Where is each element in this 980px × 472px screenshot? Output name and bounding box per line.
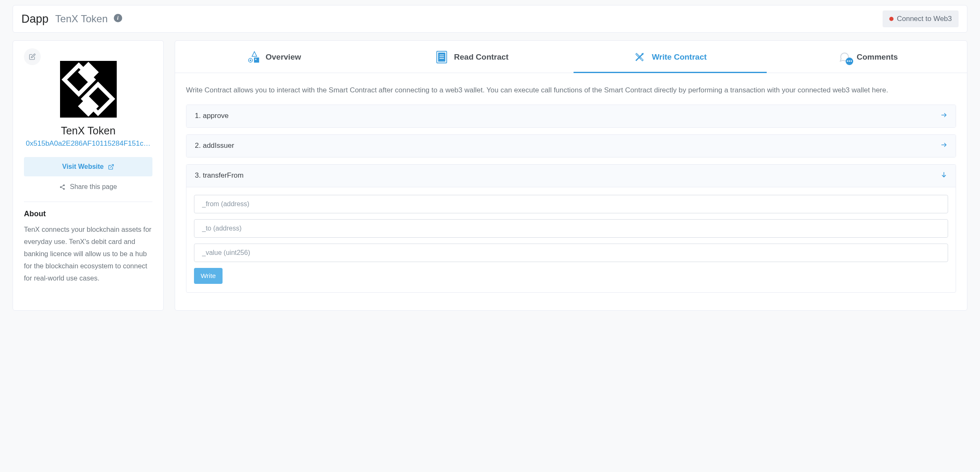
function-index: 1. [195,112,201,120]
info-icon[interactable]: i [114,14,122,22]
arrow-down-icon [941,171,947,180]
svg-point-13 [249,60,251,61]
overview-icon [247,51,260,63]
svg-rect-17 [438,52,445,61]
external-link-icon [108,164,114,170]
tab-write-contract[interactable]: Write Contract [571,41,769,73]
share-page-button[interactable]: Share this page [24,183,152,191]
token-name: TenX Token [24,125,152,137]
connect-web3-label: Connect to Web3 [897,15,952,23]
tools-icon [633,51,646,63]
tab-comments-label: Comments [857,52,898,62]
arrow-right-icon [941,142,947,150]
page-title: Dapp [21,13,49,26]
page-subtitle: TenX Token [55,13,108,25]
svg-line-9 [62,187,63,188]
function-item-addissuer: 2. addIssuer [186,134,956,157]
input-value-uint256[interactable] [194,244,948,262]
tab-overview-label: Overview [266,52,301,62]
share-page-label: Share this page [70,183,117,191]
pencil-icon [29,53,36,60]
sidebar: TenX Token 0x515bA0a2E286AF10115284F151c… [13,40,164,311]
svg-point-8 [63,188,65,190]
function-header-approve[interactable]: 1. approve [186,105,956,127]
write-contract-description: Write Contract allows you to interact wi… [186,84,956,97]
tab-comments[interactable]: ••• Comments [769,41,967,73]
svg-point-6 [63,184,65,186]
function-name: approve [203,112,228,120]
main-panel: Overview Read Contract [175,40,967,311]
svg-marker-11 [252,52,257,56]
document-icon [435,51,448,63]
share-icon [59,184,66,190]
tab-write-label: Write Contract [652,52,707,62]
function-name: transferFrom [203,171,244,179]
status-dot-icon [889,17,894,21]
about-text: TenX connects your blockchain assets for… [24,223,152,284]
function-header-transferfrom[interactable]: 3. transferFrom [186,165,956,187]
comments-icon: ••• [838,51,851,63]
about-heading: About [24,210,152,218]
visit-website-button[interactable]: Visit Website [24,157,152,176]
svg-line-10 [62,186,63,186]
function-item-transferfrom: 3. transferFrom Write [186,164,956,293]
divider [24,202,152,202]
write-button[interactable]: Write [194,268,223,284]
token-address-link[interactable]: 0x515bA0a2E286AF10115284F151c… [24,139,152,148]
tab-read-contract[interactable]: Read Contract [373,41,571,73]
token-logo [60,61,117,118]
function-index: 2. [195,142,201,149]
tab-overview[interactable]: Overview [175,41,373,73]
svg-line-5 [110,164,113,167]
arrow-right-icon [941,112,947,121]
page-header: Dapp TenX Token i Connect to Web3 [13,5,967,33]
tab-bar: Overview Read Contract [175,41,967,73]
svg-rect-15 [255,59,256,60]
input-to-address[interactable] [194,219,948,238]
function-item-approve: 1. approve [186,105,956,128]
svg-point-7 [60,186,62,188]
header-title-group: Dapp TenX Token i [21,13,122,26]
function-body-transferfrom: Write [186,187,956,292]
tab-read-label: Read Contract [454,52,508,62]
svg-rect-14 [254,58,259,63]
function-index: 3. [195,171,201,179]
connect-web3-button[interactable]: Connect to Web3 [883,10,959,27]
function-header-addissuer[interactable]: 2. addIssuer [186,135,956,157]
visit-website-label: Visit Website [62,163,104,170]
input-from-address[interactable] [194,195,948,213]
function-name: addIssuer [203,142,234,149]
